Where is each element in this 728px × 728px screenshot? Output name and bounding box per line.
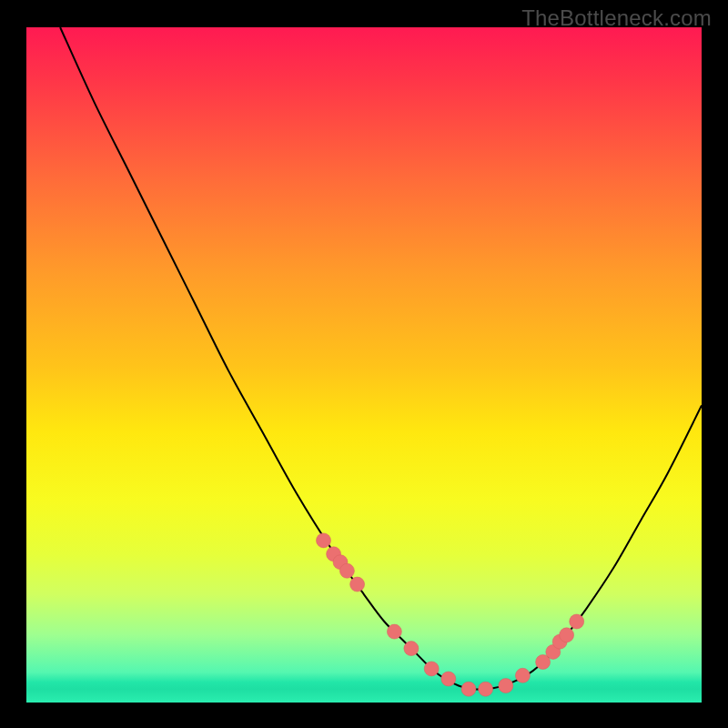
threshold-dots-group [317,533,584,696]
threshold-dot [515,668,530,682]
threshold-dot [350,577,365,592]
threshold-dot [441,672,456,686]
threshold-dot [404,642,419,656]
threshold-dot [499,679,513,693]
threshold-dot [424,662,439,676]
threshold-dot [339,563,354,578]
bottleneck-chart [26,27,702,703]
threshold-dot [479,682,493,696]
threshold-dot [387,624,401,639]
threshold-dot [560,628,574,642]
threshold-dot [461,682,476,696]
bottleneck-curve [60,27,702,690]
threshold-dot [570,614,584,629]
threshold-dot [317,533,331,548]
